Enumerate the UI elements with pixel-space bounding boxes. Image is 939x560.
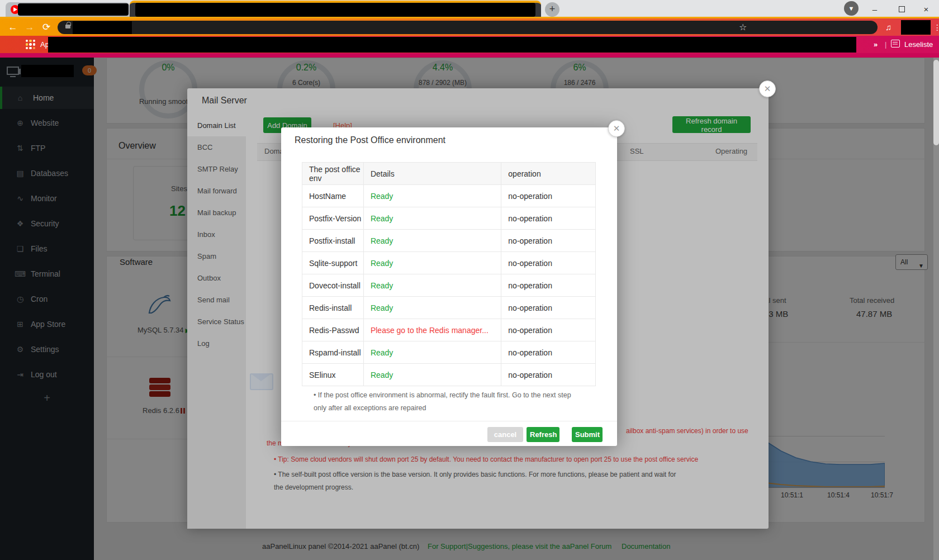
bookmark-star-icon[interactable]: ☆ xyxy=(739,20,747,35)
table-row: Sqlite-supportReadyno-operation xyxy=(302,252,596,274)
tab-search-button[interactable]: ▼ xyxy=(844,1,859,16)
forward-button[interactable]: → xyxy=(21,18,38,36)
redacted-server-name xyxy=(21,65,74,77)
redacted-tab-title xyxy=(18,3,129,16)
browser-menu-icon[interactable]: ⋮ xyxy=(933,20,939,35)
bookmarks-separator: | xyxy=(885,36,886,53)
redacted-url xyxy=(73,21,132,34)
redacted-tab-title xyxy=(135,3,535,17)
dialog-title: Restoring the Post Office environment xyxy=(295,135,445,145)
apps-grid-icon[interactable] xyxy=(26,40,35,49)
window-close-button[interactable]: × xyxy=(913,0,939,18)
table-row: Redis-installReadyno-operation xyxy=(302,297,596,319)
playlist-music-icon[interactable]: ♫ xyxy=(885,20,891,35)
table-header-row: The post office env Details operation xyxy=(302,163,596,185)
cancel-button[interactable]: cancel xyxy=(487,427,523,442)
table-row: HostNameReadyno-operation xyxy=(302,185,596,207)
window-minimize-button[interactable]: – xyxy=(862,0,888,18)
redacted-profile xyxy=(901,20,931,35)
submit-button[interactable]: Submit xyxy=(572,427,603,442)
refresh-button[interactable]: Refresh xyxy=(527,427,559,442)
table-row: Postfix-VersionReadyno-operation xyxy=(302,207,596,230)
reading-list-label[interactable]: Leseliste xyxy=(904,36,933,53)
table-row: Dovecot-installReadyno-operation xyxy=(302,274,596,297)
reading-list-icon xyxy=(891,40,900,48)
dialog-note: • If the post office environment is abno… xyxy=(314,389,581,415)
screen: + ▼ – × ← → ⟳ ☆ ♫ ⋮ Apps » | Leseliste 0… xyxy=(0,0,939,560)
table-row: SElinuxReadyno-operation xyxy=(302,364,596,386)
table-row: Rspamd-installReadyno-operation xyxy=(302,341,596,364)
dialog-footer: cancel Refresh Submit xyxy=(281,421,617,446)
address-bar[interactable] xyxy=(58,21,878,34)
page-scrollbar-thumb[interactable] xyxy=(933,60,939,145)
restore-post-office-dialog: Restoring the Post Office environment Th… xyxy=(281,127,617,446)
table-row: Redis-PasswdPlease go to the Redis manag… xyxy=(302,319,596,341)
dialog-close-icon[interactable]: ✕ xyxy=(608,120,625,137)
table-row: Postfix-installReadyno-operation xyxy=(302,230,596,252)
new-tab-button[interactable]: + xyxy=(545,2,559,17)
lock-icon xyxy=(65,25,70,29)
redacted-bookmarks xyxy=(48,37,856,53)
reload-button[interactable]: ⟳ xyxy=(38,18,55,36)
mail-modal-close-icon[interactable]: ✕ xyxy=(759,80,776,97)
theme-accent-line xyxy=(0,53,939,58)
environment-table: The post office env Details operation Ho… xyxy=(302,162,596,386)
back-button[interactable]: ← xyxy=(4,18,21,36)
bookmarks-overflow-chevrons[interactable]: » xyxy=(874,36,878,53)
window-restore-icon xyxy=(899,6,905,12)
